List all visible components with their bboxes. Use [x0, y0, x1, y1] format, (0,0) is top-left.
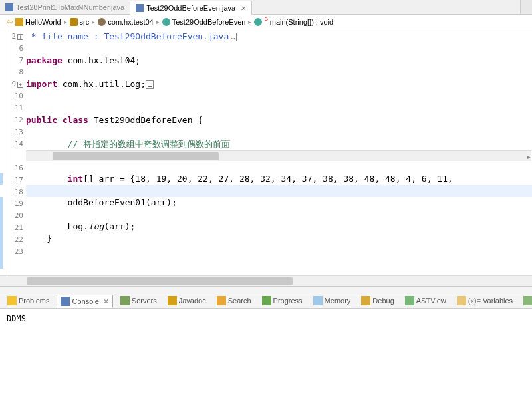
- bc-class[interactable]: Test29OddBeforeEven: [162, 18, 246, 26]
- tab-label: Test29OddBeforeEven.java: [146, 4, 235, 12]
- bc-label: src: [80, 18, 90, 26]
- tab-label: Problems: [19, 297, 49, 305]
- java-file-icon: [136, 4, 144, 12]
- tree-icon: [405, 296, 414, 305]
- class-icon: [162, 18, 170, 26]
- line-num: 20: [7, 210, 23, 222]
- tab-inactive[interactable]: Test28Print1ToMaxNNumber.java: [0, 0, 130, 14]
- bc-package[interactable]: com.hx.test04: [98, 18, 153, 26]
- code-text: public: [26, 115, 57, 125]
- code-text: Log.: [26, 221, 88, 231]
- code-text: com.hx.util.Log;: [57, 79, 146, 89]
- code-text: int: [26, 174, 83, 184]
- line-num: 9+: [7, 78, 23, 90]
- back-icon[interactable]: ⇦: [7, 17, 13, 26]
- tab-active[interactable]: Test29OddBeforeEven.java ✕: [130, 1, 252, 15]
- tab-label: Servers: [132, 297, 157, 305]
- sash[interactable]: [0, 286, 532, 293]
- folder-icon: [70, 18, 78, 26]
- breakpoints-icon: [523, 296, 532, 305]
- bc-label: Test29OddBeforeEven: [172, 18, 246, 26]
- package-icon: [98, 18, 106, 26]
- tab-console[interactable]: Console✕: [57, 295, 112, 308]
- tab-problems[interactable]: Problems: [4, 295, 53, 307]
- line-num: 12: [7, 114, 23, 126]
- scroll-thumb[interactable]: [27, 277, 293, 285]
- bc-project[interactable]: HelloWorld: [15, 18, 61, 26]
- line-num: 16: [7, 162, 23, 174]
- inner-hscroll[interactable]: ▸: [26, 150, 531, 161]
- tab-astview[interactable]: ASTView: [402, 295, 450, 307]
- progress-icon: [262, 296, 271, 305]
- line-num: 2+: [7, 31, 23, 43]
- close-icon[interactable]: ✕: [241, 5, 246, 12]
- fold-expand-icon[interactable]: +: [17, 82, 23, 88]
- change-marker: [0, 197, 3, 269]
- fold-marker[interactable]: …: [229, 33, 237, 41]
- chevron-right-icon: ▸: [156, 19, 160, 25]
- code-text: [] arr = {18, 19, 20, 22, 27, 28, 32, 34…: [83, 174, 458, 184]
- code-text: * file name : Test29OddBeforeEven.java: [26, 31, 229, 41]
- line-num: 11: [7, 102, 23, 114]
- code-text: Test29OddBeforeEven {: [88, 115, 203, 125]
- tab-label: Memory: [325, 297, 351, 305]
- editor-tabs: Test28Print1ToMaxNNumber.java Test29OddB…: [0, 0, 532, 15]
- code-text: (arr);: [146, 198, 177, 207]
- code-editor[interactable]: 2+ 6 7 8 9+ 10 11 12 13 14 16 17 18 19 2…: [0, 29, 532, 275]
- tab-javadoc[interactable]: Javadoc: [164, 295, 209, 307]
- scroll-thumb[interactable]: [53, 152, 219, 160]
- console-output[interactable]: DDMS: [0, 309, 532, 395]
- search-icon: [217, 296, 226, 305]
- line-num: 18: [7, 186, 23, 198]
- line-num: 14: [7, 138, 23, 150]
- console-line: DDMS: [7, 314, 525, 323]
- static-marker: S: [264, 16, 267, 22]
- code-text: // 将指定的数组中奇数调整到偶数的前面: [26, 139, 230, 149]
- bc-label: com.hx.test04: [108, 18, 153, 26]
- chevron-right-icon: ▸: [64, 19, 67, 25]
- line-num: 6: [7, 43, 23, 55]
- bc-label: HelloWorld: [25, 18, 61, 26]
- tab-label: Javadoc: [179, 297, 206, 305]
- close-icon[interactable]: ✕: [103, 297, 109, 306]
- gutter-markers: [0, 29, 7, 275]
- tab-breakpoints[interactable]: Break: [520, 295, 532, 307]
- memory-icon: [313, 296, 323, 305]
- fold-marker[interactable]: …: [146, 80, 154, 89]
- variables-icon: [457, 296, 466, 305]
- project-icon: [15, 18, 23, 26]
- chevron-right-icon: ▸: [248, 19, 251, 25]
- change-marker: [0, 173, 3, 185]
- tab-scroll[interactable]: [520, 0, 532, 14]
- line-num: [7, 150, 23, 162]
- tab-variables[interactable]: (x)= Variables: [454, 295, 516, 307]
- code-text: package: [26, 55, 63, 65]
- tab-progress[interactable]: Progress: [259, 295, 306, 307]
- tab-memory[interactable]: Memory: [310, 295, 354, 307]
- tab-label: Progress: [273, 297, 303, 305]
- line-num: 7: [7, 55, 23, 66]
- tab-label: Test28Print1ToMaxNNumber.java: [16, 3, 124, 11]
- code-content[interactable]: * file name : Test29OddBeforeEven.java… …: [26, 29, 532, 275]
- bc-method[interactable]: Smain(String[]) : void: [254, 18, 333, 26]
- java-file-icon: [5, 3, 13, 11]
- tab-servers[interactable]: Servers: [117, 295, 160, 307]
- editor-hscroll[interactable]: [0, 275, 532, 286]
- line-num: 17: [7, 174, 23, 186]
- tab-debug[interactable]: Debug: [358, 295, 397, 307]
- scroll-arrow-icon[interactable]: ▸: [526, 151, 531, 161]
- tab-search[interactable]: Search: [213, 295, 255, 307]
- line-num: 19: [7, 198, 23, 210]
- debug-icon: [361, 296, 370, 305]
- code-text: }: [26, 233, 52, 243]
- line-num: 21: [7, 222, 23, 234]
- fold-expand-icon[interactable]: +: [17, 34, 23, 40]
- line-num: 13: [7, 126, 23, 138]
- console-icon: [61, 297, 70, 306]
- bottom-panel-tabs: Problems Console✕ Servers Javadoc Search…: [0, 293, 532, 309]
- line-numbers: 2+ 6 7 8 9+ 10 11 12 13 14 16 17 18 19 2…: [7, 29, 26, 275]
- bc-src[interactable]: src: [70, 18, 90, 26]
- method-icon: [254, 18, 262, 26]
- code-text: oddBeforeEven01: [26, 198, 146, 207]
- tab-label: ASTView: [416, 297, 446, 305]
